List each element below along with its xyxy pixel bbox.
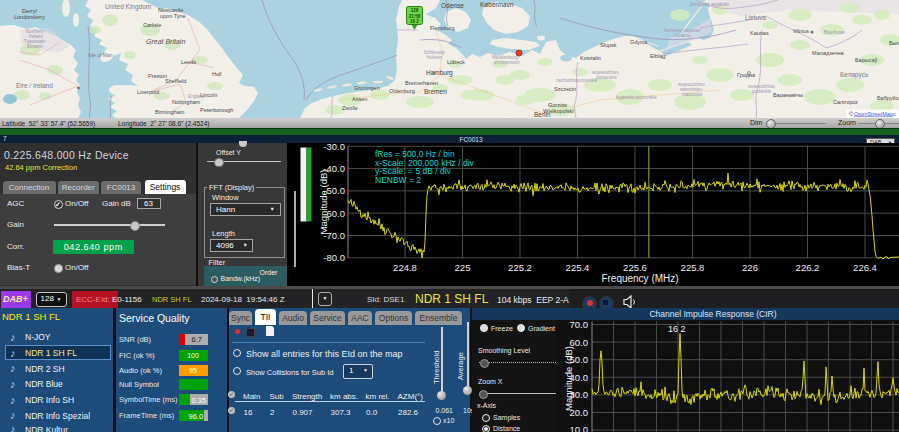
svg-text:©: © <box>849 111 853 117</box>
svg-text:224.8: 224.8 <box>393 262 417 273</box>
svg-text:21:58: 21:58 <box>409 14 421 19</box>
svg-text:226.4: 226.4 <box>853 262 877 273</box>
svg-text:Carlisle: Carlisle <box>143 22 161 28</box>
svg-text:226.2: 226.2 <box>796 262 820 273</box>
svg-text:Hull: Hull <box>212 71 221 77</box>
svg-text:Gdynia: Gdynia <box>630 39 648 45</box>
svg-text:Bremen: Bremen <box>424 88 447 95</box>
svg-text:Bremerhaven: Bremerhaven <box>405 80 438 86</box>
svg-text:226: 226 <box>742 262 758 273</box>
svg-text:225.6: 225.6 <box>623 262 647 273</box>
svg-text:Szczecin: Szczecin <box>554 86 576 92</box>
svg-text:podlaskie: podlaskie <box>752 89 772 94</box>
svg-text:225.2: 225.2 <box>508 262 532 273</box>
svg-text:Барысаў: Барысаў <box>855 57 877 63</box>
svg-text:c: c <box>893 111 896 117</box>
svg-text:Great Britain: Great Britain <box>146 38 185 45</box>
svg-text:225.8: 225.8 <box>681 262 705 273</box>
svg-text:mazurskie: mazurskie <box>682 92 703 97</box>
svg-text:Гродна: Гродна <box>737 72 756 78</box>
svg-text:70.0: 70.0 <box>570 320 589 330</box>
svg-text:NENBW = 2: NENBW = 2 <box>375 175 421 185</box>
svg-text:Peterborough: Peterborough <box>200 107 233 113</box>
svg-text:16 2: 16 2 <box>410 19 419 24</box>
svg-text:pomorskie: pomorskie <box>596 75 617 80</box>
svg-text:Groningen: Groningen <box>354 85 380 91</box>
svg-text:128: 128 <box>411 8 419 13</box>
svg-text:Маладзечна: Маладзечна <box>812 50 844 56</box>
svg-text:United Kingdom: United Kingdom <box>105 3 151 11</box>
svg-text:Баранавічы: Баранавічы <box>773 92 803 98</box>
svg-text:Frequency (MHz): Frequency (MHz) <box>601 273 678 284</box>
svg-text:København: København <box>480 1 514 8</box>
svg-text:Vilnius: Vilnius <box>793 28 809 34</box>
svg-text:Elbląg: Elbląg <box>650 53 665 59</box>
svg-text:Zemgales apgabals: Zemgales apgabals <box>690 2 730 7</box>
svg-text:Éireann: Éireann <box>27 43 43 49</box>
svg-text:Birmingham: Birmingham <box>155 109 185 115</box>
svg-text:Быхаў: Быхаў <box>889 40 899 46</box>
svg-text:Vorpommern: Vorpommern <box>494 60 520 65</box>
svg-text:Kaunas: Kaunas <box>750 30 769 36</box>
svg-text:Sheffield: Sheffield <box>165 78 186 84</box>
svg-text:Салігорск: Салігорск <box>833 99 858 105</box>
svg-text:Isle of Man: Isle of Man <box>88 52 113 58</box>
svg-text:Liverpool: Liverpool <box>137 89 159 95</box>
svg-text:60.0: 60.0 <box>570 336 589 347</box>
svg-text:-80.0: -80.0 <box>323 252 345 263</box>
svg-text:-30.0: -30.0 <box>323 143 345 152</box>
svg-text:Hamburg: Hamburg <box>426 69 453 77</box>
svg-text:Magnitude (dB): Magnitude (dB) <box>318 170 329 235</box>
svg-text:Eire / Ireland: Eire / Ireland <box>16 82 53 89</box>
svg-text:10.0: 10.0 <box>570 424 589 432</box>
svg-text:Magnitude (dB): Magnitude (dB) <box>563 346 574 411</box>
svg-text:225: 225 <box>455 262 471 273</box>
svg-text:16 2: 16 2 <box>668 323 686 333</box>
svg-text:zachodniopomorskie: zachodniopomorskie <box>556 78 598 83</box>
svg-text:Słupsk: Słupsk <box>600 42 617 48</box>
svg-text:England: England <box>188 94 205 99</box>
svg-text:Бабруйск: Бабруйск <box>877 95 899 101</box>
svg-text:Odense: Odense <box>441 2 464 9</box>
svg-text:Беларусь: Беларусь <box>840 71 869 79</box>
svg-text:kujawsko-pomorskie: kujawsko-pomorskie <box>616 95 657 100</box>
svg-text:Flensburg: Flensburg <box>430 25 454 31</box>
svg-text:225.4: 225.4 <box>566 262 590 273</box>
svg-text:Assen: Assen <box>352 96 367 102</box>
svg-text:область: область <box>674 33 691 38</box>
svg-text:upon Tyne: upon Tyne <box>160 13 186 19</box>
svg-text:Berlin: Berlin <box>534 111 551 118</box>
svg-text:Lietuva: Lietuva <box>745 14 766 21</box>
svg-text:Londonderry: Londonderry <box>14 14 45 20</box>
svg-text:Zwolle: Zwolle <box>342 105 358 111</box>
svg-text:Lübeck: Lübeck <box>447 59 465 65</box>
svg-text:Leeds: Leeds <box>181 59 196 65</box>
svg-text:OpenStreetMap: OpenStreetMap <box>854 111 893 117</box>
svg-text:Koszalin: Koszalin <box>580 55 601 61</box>
svg-text:Nottingham: Nottingham <box>172 99 201 105</box>
svg-text:Віцебская: Віцебская <box>824 30 845 35</box>
svg-text:Holstein: Holstein <box>426 55 443 60</box>
svg-text:Oldenburg: Oldenburg <box>389 88 415 94</box>
